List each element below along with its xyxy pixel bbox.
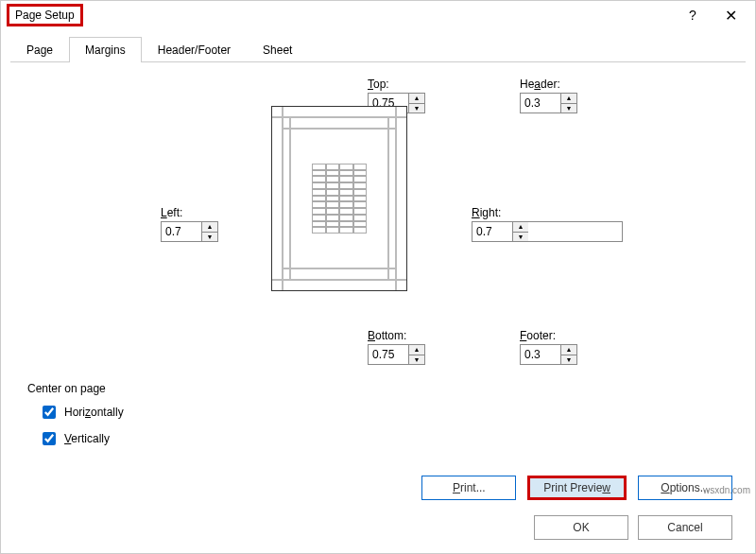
- spin-up-icon[interactable]: ▲: [409, 345, 424, 355]
- print-button[interactable]: Print...: [421, 476, 516, 500]
- tab-margins[interactable]: Margins: [69, 37, 142, 62]
- right-label: Right:: [472, 206, 623, 219]
- spin-down-icon[interactable]: ▼: [513, 233, 528, 242]
- left-margin-group: Left: ▲▼: [161, 206, 218, 242]
- header-spinner[interactable]: ▲▼: [520, 93, 577, 113]
- right-input[interactable]: [472, 222, 512, 241]
- page-preview: [271, 106, 407, 291]
- left-spinner[interactable]: ▲▼: [161, 221, 218, 242]
- spin-up-icon[interactable]: ▲: [513, 222, 528, 233]
- horizontally-check-row: Horizontally: [39, 403, 729, 422]
- dialog-button-row: OK Cancel: [1, 508, 755, 553]
- footer-input[interactable]: [521, 345, 560, 364]
- bottom-input[interactable]: [369, 345, 408, 364]
- spin-down-icon[interactable]: ▼: [561, 355, 576, 365]
- tab-bar: Page Margins Header/Footer Sheet: [10, 37, 746, 62]
- vertically-checkbox[interactable]: [43, 432, 56, 445]
- preview-cells: [312, 164, 367, 234]
- spin-up-icon[interactable]: ▲: [561, 345, 576, 355]
- spin-up-icon[interactable]: ▲: [202, 222, 217, 233]
- horizontally-label: Horizontally: [64, 406, 124, 419]
- tab-header-footer[interactable]: Header/Footer: [142, 37, 247, 62]
- vertically-label: Vertically: [64, 432, 110, 445]
- dialog-title: Page Setup: [7, 4, 83, 26]
- spin-up-icon[interactable]: ▲: [561, 94, 576, 104]
- header-input[interactable]: [521, 94, 560, 113]
- page-setup-dialog: Page Setup ? ✕ Page Margins Header/Foote…: [0, 0, 756, 554]
- left-label: Left:: [161, 206, 218, 219]
- margins-panel: Top: ▲▼ Header: ▲▼ Left:: [1, 62, 755, 460]
- action-button-row: Print... Print Preview Options...: [1, 460, 755, 508]
- spin-down-icon[interactable]: ▼: [409, 355, 424, 365]
- horizontally-checkbox[interactable]: [43, 406, 56, 419]
- right-margin-group: Right: ▲▼: [472, 206, 623, 242]
- help-button[interactable]: ?: [674, 2, 712, 28]
- left-input[interactable]: [162, 222, 201, 241]
- vertically-check-row: Vertically: [39, 429, 729, 448]
- footer-margin-group: Footer: ▲▼: [520, 329, 577, 365]
- footer-label: Footer:: [520, 329, 577, 342]
- titlebar: Page Setup ? ✕: [1, 1, 755, 29]
- footer-spinner[interactable]: ▲▼: [520, 344, 577, 365]
- print-preview-button[interactable]: Print Preview: [527, 476, 627, 500]
- spin-down-icon[interactable]: ▼: [202, 233, 217, 242]
- ok-button[interactable]: OK: [534, 515, 628, 540]
- bottom-label: Bottom:: [368, 329, 425, 342]
- tab-page[interactable]: Page: [10, 37, 69, 62]
- header-label: Header:: [520, 78, 577, 91]
- header-margin-group: Header: ▲▼: [520, 78, 577, 113]
- tab-sheet[interactable]: Sheet: [247, 37, 308, 62]
- top-label: Top:: [368, 78, 425, 91]
- cancel-button[interactable]: Cancel: [638, 515, 732, 540]
- center-on-page-label: Center on page: [27, 382, 729, 395]
- close-button[interactable]: ✕: [712, 2, 749, 28]
- bottom-spinner[interactable]: ▲▼: [368, 344, 425, 365]
- spin-down-icon[interactable]: ▼: [561, 104, 576, 113]
- watermark: wsxdn.com: [703, 485, 750, 495]
- right-spinner[interactable]: ▲▼: [472, 221, 623, 242]
- bottom-margin-group: Bottom: ▲▼: [368, 329, 425, 365]
